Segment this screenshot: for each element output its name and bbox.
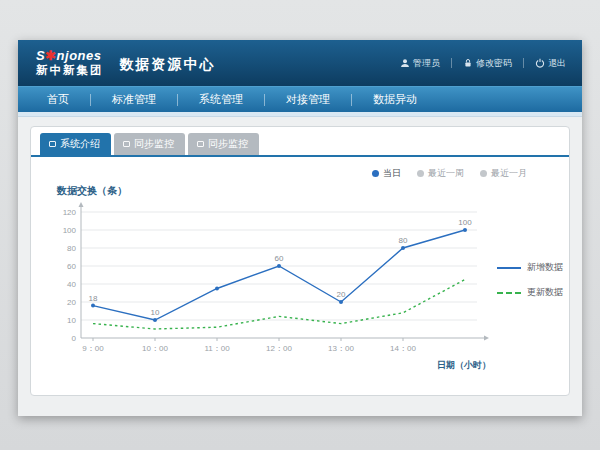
monitor-icon [123,141,130,147]
line-chart-svg: 010204060801001209：0010：0011：0012：0013：0… [41,198,493,376]
legend-label: 新增数据 [527,261,563,274]
footnote: 备注：以上数据更新于时间产生数据以上数据更新于时间产生数据以上数据更新于时间产生… [31,394,569,396]
nav-item-interface-mgmt[interactable]: 对接管理 [265,92,351,107]
svg-text:13：00: 13：00 [328,344,354,353]
page-title: 数据资源中心 [120,56,216,74]
change-password-button[interactable]: 修改密码 [459,54,516,73]
user-icon [400,58,410,68]
svg-text:40: 40 [67,280,76,289]
header-divider [523,58,524,68]
legend-updated-data[interactable]: 更新数据 [497,286,563,299]
desktop-background: S✱njones 新中新集团 数据资源中心 管理员 修改密码 退出 [0,0,600,450]
app-window: S✱njones 新中新集团 数据资源中心 管理员 修改密码 退出 [18,40,582,416]
svg-text:80: 80 [67,244,76,253]
svg-text:10: 10 [67,316,76,325]
monitor-icon [197,141,204,147]
nav-item-home[interactable]: 首页 [26,92,90,107]
filter-last-week[interactable]: 最近一周 [417,167,464,180]
tab-sync-monitor-2[interactable]: 同步监控 [188,133,259,155]
svg-text:12：00: 12：00 [266,344,292,353]
y-axis-title: 数据交换（条） [57,184,569,198]
tab-label: 系统介绍 [60,137,100,151]
svg-text:100: 100 [458,218,472,227]
footnote-text: 以上数据更新于时间产生数据以上数据更新于时间产生数据以上数据更新于时间产生数据以… [91,395,538,396]
dashed-line-icon [497,292,521,294]
svg-text:9：00: 9：00 [82,344,104,353]
svg-text:日期（小时）: 日期（小时） [437,360,491,370]
solid-line-icon [497,267,521,269]
radio-dot-icon [480,170,487,177]
content-area: 系统介绍 同步监控 同步监控 当日 [18,117,582,405]
logout-label: 退出 [548,57,566,70]
filter-today[interactable]: 当日 [372,167,401,180]
svg-text:120: 120 [63,208,77,217]
svg-text:14：00: 14：00 [390,344,416,353]
change-password-label: 修改密码 [476,57,512,70]
logo-wordmark: S✱njones [36,49,104,63]
time-range-filters: 当日 最近一周 最近一月 [31,157,569,180]
filter-label: 当日 [383,167,401,180]
radio-dot-icon [417,170,424,177]
line-chart: 010204060801001209：0010：0011：0012：0013：0… [41,198,493,380]
svg-text:10：00: 10：00 [142,344,168,353]
header-divider [451,58,452,68]
current-user-button[interactable]: 管理员 [396,54,444,73]
legend-new-data[interactable]: 新增数据 [497,261,563,274]
svg-text:20: 20 [337,290,346,299]
logo-star-icon: ✱ [45,48,56,63]
svg-text:10: 10 [151,308,160,317]
header-actions: 管理员 修改密码 退出 [396,54,570,73]
logo-subtitle: 新中新集团 [36,64,104,77]
svg-text:80: 80 [399,236,408,245]
nav-item-data-changes[interactable]: 数据异动 [352,92,438,107]
main-nav: 首页 标准管理 系统管理 对接管理 数据异动 [18,86,582,112]
tab-system-intro[interactable]: 系统介绍 [40,133,111,155]
chart-row: 010204060801001209：0010：0011：0012：0013：0… [31,198,569,380]
svg-text:0: 0 [72,334,77,343]
tab-bar: 系统介绍 同步监控 同步监控 [31,127,569,157]
key-icon [463,58,473,68]
logout-button[interactable]: 退出 [531,54,570,73]
radio-dot-icon [372,170,379,177]
current-user-label: 管理员 [413,57,440,70]
tab-label: 同步监控 [134,137,174,151]
nav-item-standard-mgmt[interactable]: 标准管理 [91,92,177,107]
nav-item-system-mgmt[interactable]: 系统管理 [178,92,264,107]
svg-text:60: 60 [275,254,284,263]
tab-sync-monitor-1[interactable]: 同步监控 [114,133,185,155]
tab-label: 同步监控 [208,137,248,151]
svg-text:20: 20 [67,298,76,307]
footnote-prefix: 备注： [63,395,92,396]
power-icon [535,58,545,68]
filter-label: 最近一周 [428,167,464,180]
legend-label: 更新数据 [527,286,563,299]
monitor-icon [49,141,56,147]
svg-text:11：00: 11：00 [204,344,230,353]
filter-last-month[interactable]: 最近一月 [480,167,527,180]
logo: S✱njones 新中新集团 [36,49,104,77]
svg-text:60: 60 [67,262,76,271]
dashboard-card: 系统介绍 同步监控 同步监控 当日 [30,126,570,396]
app-header: S✱njones 新中新集团 数据资源中心 管理员 修改密码 退出 [18,40,582,86]
filter-label: 最近一月 [491,167,527,180]
series-legend: 新增数据 更新数据 [497,261,563,299]
svg-text:18: 18 [89,294,98,303]
svg-text:100: 100 [63,226,77,235]
